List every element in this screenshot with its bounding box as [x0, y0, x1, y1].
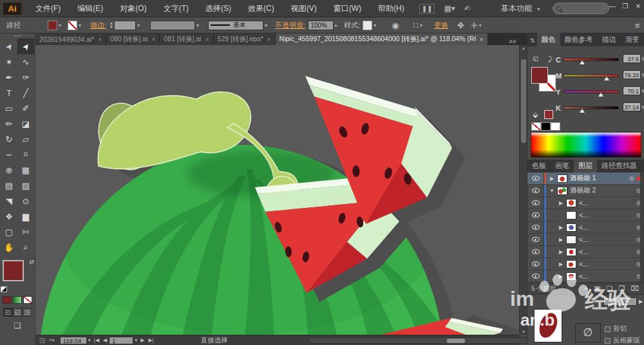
lasso-tool[interactable]: ∿	[17, 54, 34, 70]
visibility-toggle[interactable]	[527, 258, 544, 270]
menu-item-0[interactable]: 文件(F)	[27, 0, 69, 17]
width-tool[interactable]: ∽	[1, 147, 17, 162]
menu-item-7[interactable]: 窗口(W)	[325, 0, 370, 17]
transparency-opacity-field[interactable]: 100%	[603, 297, 637, 306]
color-spectrum[interactable]	[531, 132, 641, 158]
slider-track-C[interactable]	[564, 58, 619, 61]
slider-track-K[interactable]	[564, 106, 619, 109]
chevron-down-icon[interactable]: ▾	[59, 23, 61, 28]
document-tab-4[interactable]: Nipic_455997_20150808155348604000 [转换].a…	[276, 33, 488, 45]
layer-name[interactable]: <...	[579, 211, 634, 219]
tab-color-guide[interactable]: 颜色参考	[560, 33, 598, 46]
layer-row-6[interactable]: ▶<...◎	[527, 246, 644, 258]
transform-link[interactable]: 变换	[434, 21, 448, 30]
bridge-icon[interactable]: ❚❚	[419, 4, 435, 14]
disclosure-triangle-icon[interactable]: ▶	[557, 237, 565, 243]
clip-checkbox[interactable]: 剪切	[605, 324, 627, 333]
opacity-label[interactable]: 不透明度:	[275, 21, 305, 30]
zoom-tool[interactable]: ⌕	[17, 239, 34, 255]
draw-inside-button[interactable]: ◳	[23, 308, 32, 317]
layer-name[interactable]: <...	[579, 260, 634, 268]
visibility-toggle[interactable]	[527, 209, 544, 221]
new-layer-icon[interactable]: ❐	[618, 284, 625, 293]
status-icon-2[interactable]: ↪	[49, 337, 54, 344]
slider-thumb-M[interactable]	[604, 77, 609, 80]
vscroll-thumb[interactable]	[521, 59, 526, 143]
chevron-right-icon[interactable]: ▶	[639, 299, 643, 304]
hscroll-thumb[interactable]	[447, 339, 465, 343]
tab-gradient[interactable]: 渐变	[621, 33, 644, 46]
vertical-scrollbar[interactable]: ▲ ▼	[519, 45, 527, 335]
visibility-toggle[interactable]	[527, 172, 544, 184]
panel-grip[interactable]: ▪▪▪▪	[0, 33, 35, 39]
visibility-toggle[interactable]	[527, 197, 544, 209]
artboard-canvas[interactable]	[35, 45, 519, 335]
chevron-down-icon[interactable]: ▾	[374, 23, 376, 28]
panel-scrollbar[interactable]	[640, 185, 644, 196]
none-swatch[interactable]	[531, 122, 541, 131]
stroke-weight-label[interactable]: 描边:	[90, 21, 106, 30]
invert-mask-checkbox[interactable]: 反相蒙版	[605, 336, 640, 345]
artboard-tool[interactable]: ▢	[1, 224, 17, 239]
chevron-right-icon[interactable]: ▸	[335, 23, 337, 28]
tab-stroke[interactable]: 描边	[598, 33, 621, 46]
document-tab-1[interactable]: 080 [转换].ai×	[106, 33, 160, 45]
layer-name[interactable]: 酒杨能 1	[570, 174, 627, 183]
layer-thumbnail[interactable]	[566, 272, 576, 281]
web-safe-swatch[interactable]	[544, 110, 553, 119]
next-artboard-button[interactable]: ▶	[140, 337, 144, 343]
tab-brushes[interactable]: 画笔	[551, 159, 574, 172]
black-swatch[interactable]	[541, 122, 551, 131]
width-profile-dropdown[interactable]	[150, 21, 195, 30]
locate-object-icon[interactable]: ⌖	[584, 284, 588, 293]
slice-tool[interactable]: ✄	[17, 224, 34, 239]
zoom-level-field[interactable]: 118.04	[60, 337, 87, 344]
restore-button[interactable]: ❐	[621, 2, 630, 11]
layer-thumbnail[interactable]	[566, 236, 576, 244]
collapse-panel-icon[interactable]: ⇅	[527, 37, 537, 46]
gradient-mode-button[interactable]	[13, 296, 22, 304]
chevron-down-icon[interactable]: ▾	[479, 23, 482, 28]
style-swatch[interactable]	[363, 21, 372, 30]
layer-thumbnail[interactable]	[557, 174, 567, 183]
brush-definition-dropdown[interactable]: 基本	[208, 21, 263, 30]
document-tab-2[interactable]: 081 [转换].ai×	[160, 33, 213, 45]
mesh-tool[interactable]: ▤	[1, 178, 17, 193]
close-icon[interactable]: ×	[205, 36, 209, 43]
menu-item-3[interactable]: 文字(T)	[155, 0, 197, 17]
menu-item-6[interactable]: 视图(V)	[283, 0, 325, 17]
constrain-icon[interactable]: ✛	[471, 21, 478, 30]
rotate-tool[interactable]: ↻	[1, 131, 17, 147]
slider-track-Y[interactable]	[564, 90, 619, 93]
tab-layers[interactable]: 图层	[574, 159, 597, 172]
layer-row-1[interactable]: ▼酒杨能 2◎	[527, 185, 644, 197]
panel-scrollbar[interactable]	[640, 246, 644, 257]
layer-thumbnail[interactable]	[566, 260, 576, 268]
magic-wand-tool[interactable]: ✶	[1, 54, 17, 70]
pen-variant-tool[interactable]: ✑	[17, 70, 34, 85]
panel-scrollbar[interactable]	[640, 209, 644, 221]
panel-menu-icon[interactable]: ≣	[635, 22, 640, 29]
layer-name[interactable]: <...	[579, 199, 634, 207]
slider-thumb-K[interactable]	[580, 109, 585, 113]
close-icon[interactable]: ×	[151, 36, 155, 43]
disclosure-triangle-icon[interactable]: ▶	[557, 274, 565, 279]
chevron-down-icon[interactable]: ▾	[137, 23, 140, 28]
layer-name[interactable]: <...	[579, 236, 634, 243]
slider-thumb-Y[interactable]	[598, 93, 603, 97]
workspace-switcher[interactable]: 基本功能▾	[501, 3, 540, 14]
fill-proxy[interactable]	[3, 260, 24, 281]
disclosure-triangle-icon[interactable]: ▶	[557, 225, 565, 230]
slider-thumb-C[interactable]	[580, 61, 585, 64]
disclosure-triangle-icon[interactable]: ▶	[557, 261, 565, 267]
make-clip-mask-icon[interactable]: ▣	[594, 284, 600, 293]
layer-name[interactable]: <...	[579, 223, 634, 231]
stroke-color-swatch[interactable]	[68, 21, 77, 30]
hand-tool[interactable]: ✋	[1, 239, 17, 255]
chevron-down-icon[interactable]: ▾	[88, 337, 91, 343]
tab-overflow-button[interactable]: >>	[509, 35, 516, 46]
tab-swatches[interactable]: 色板	[527, 159, 551, 172]
swap-colors-icon[interactable]: ⤸	[548, 55, 552, 63]
visibility-toggle[interactable]	[527, 234, 544, 245]
scale-tool[interactable]: ▱	[17, 131, 34, 147]
